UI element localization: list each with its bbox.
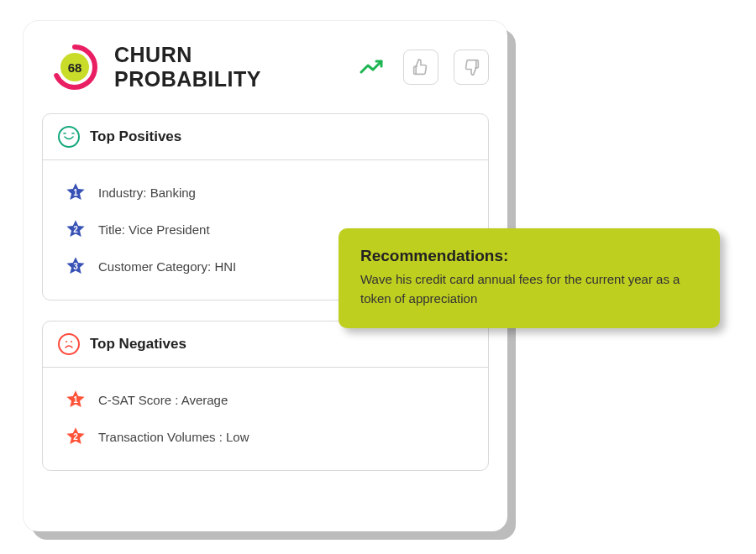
negatives-header: Top Negatives [43, 321, 488, 368]
thumbs-up-button[interactable] [403, 50, 438, 85]
list-item: 1 Industry: Banking [65, 174, 473, 211]
negatives-section: Top Negatives 1 C-SAT Score : Average 2 … [42, 321, 489, 471]
star-icon: 2 [65, 426, 87, 447]
thumbs-down-button[interactable] [454, 50, 489, 85]
card-header: 68 CHURN PROBABILITY [42, 43, 489, 91]
star-icon: 3 [65, 255, 87, 277]
star-number: 2 [73, 225, 78, 234]
star-icon: 1 [65, 181, 87, 203]
negatives-list: 1 C-SAT Score : Average 2 Transaction Vo… [43, 368, 488, 470]
recommendations-callout: Recommendations: Wave his credit card an… [339, 228, 720, 328]
recommendations-body: Wave his credit card annual fees for the… [360, 270, 698, 308]
item-text: Industry: Banking [98, 186, 196, 200]
positives-header: Top Positives [43, 114, 488, 160]
thumbs-down-icon [463, 59, 480, 76]
star-number: 1 [73, 188, 78, 197]
star-number: 3 [73, 262, 78, 271]
positives-title: Top Positives [90, 128, 181, 145]
negatives-title: Top Negatives [90, 336, 186, 353]
trend-up-icon [360, 59, 385, 76]
star-icon: 2 [65, 218, 87, 240]
star-number: 2 [73, 432, 78, 442]
list-item: 2 Transaction Volumes : Low [65, 418, 473, 455]
thumbs-up-icon [412, 59, 429, 76]
card-title: CHURN PROBABILITY [114, 43, 344, 91]
recommendations-title: Recommendations: [360, 247, 698, 265]
list-item: 1 C-SAT Score : Average [65, 381, 473, 418]
star-icon: 1 [65, 389, 87, 410]
svg-point-2 [66, 341, 67, 342]
smile-icon [58, 126, 80, 148]
star-number: 1 [73, 395, 78, 405]
score-gauge: 68 [50, 43, 99, 91]
item-text: Transaction Volumes : Low [98, 430, 249, 444]
frown-icon [58, 333, 80, 355]
score-value: 68 [60, 53, 89, 81]
item-text: C-SAT Score : Average [98, 393, 228, 407]
item-text: Customer Category: HNI [98, 259, 236, 274]
svg-point-3 [71, 341, 72, 342]
item-text: Title: Vice President [98, 222, 210, 237]
